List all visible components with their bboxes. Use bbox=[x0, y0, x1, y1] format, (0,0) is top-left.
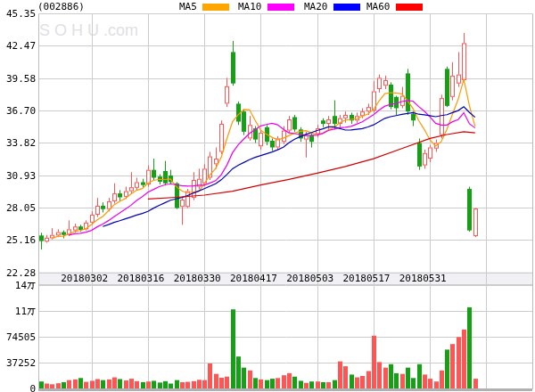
legend-ma5-label: MA5 bbox=[179, 1, 197, 12]
stock-chart: SOHU.com (002886) MA5 MA10 MA20 MA60 bbox=[0, 0, 535, 392]
chart-header: (002886) MA5 MA10 MA20 MA60 bbox=[0, 0, 535, 13]
legend-ma5: MA5 bbox=[179, 1, 229, 12]
legend-ma10-swatch-icon bbox=[268, 4, 294, 11]
legend-ma10-label: MA10 bbox=[238, 1, 262, 12]
legend-ma20-label: MA20 bbox=[304, 1, 328, 12]
legend-ma10: MA10 bbox=[238, 1, 294, 12]
kline-chart-canvas bbox=[0, 0, 535, 392]
stock-code: (002886) bbox=[37, 1, 85, 12]
legend-ma60-label: MA60 bbox=[366, 1, 391, 12]
legend-ma60: MA60 bbox=[366, 1, 423, 12]
legend-ma5-swatch-icon bbox=[202, 4, 229, 11]
legend-ma20-swatch-icon bbox=[333, 4, 360, 11]
legend-ma60-swatch-icon bbox=[396, 4, 423, 11]
legend-ma20: MA20 bbox=[304, 1, 360, 12]
